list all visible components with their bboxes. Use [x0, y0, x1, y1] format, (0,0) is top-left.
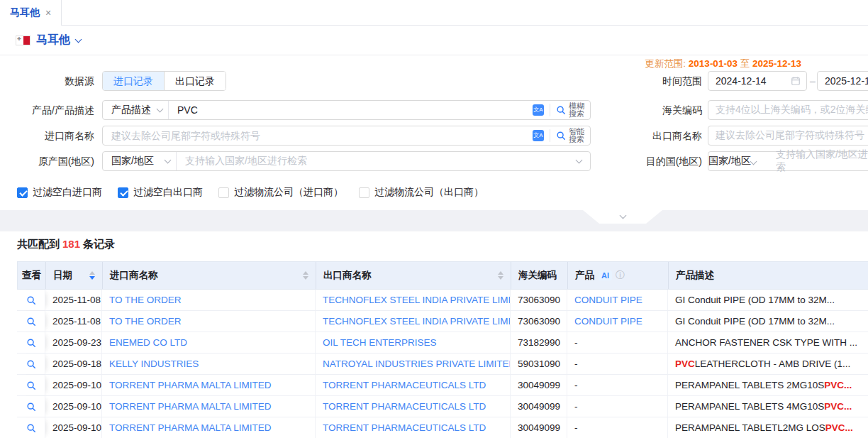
- importer-link[interactable]: ENEMED CO LTD: [109, 337, 187, 348]
- product-cell: -: [567, 396, 668, 417]
- product-description: PERAMPANEL TABLETL2MG LOS PVC...: [668, 417, 868, 438]
- tab-import-records[interactable]: 进口记录: [103, 72, 164, 90]
- description-text: GI Conduit PIPE (OD 17MM to 32M...: [675, 316, 835, 327]
- exporter-input[interactable]: 建议去除公司尾部字符或特殊符号: [708, 126, 868, 146]
- tab-malta[interactable]: 马耳他 ×: [0, 0, 62, 26]
- exporter-cell: NATROYAL INDUSTRIES PRIVATE LIMITED: [316, 354, 511, 374]
- filter-checkbox[interactable]: 过滤空白出口商: [118, 186, 203, 199]
- checkbox-label: 过滤空白进口商: [33, 186, 102, 199]
- smart-search-button[interactable]: 智能搜索: [550, 128, 590, 143]
- importer-cell: TORRENT PHARMA MALTA LIMITED: [102, 417, 316, 438]
- view-button[interactable]: [17, 354, 45, 374]
- dest-country-input[interactable]: 支持输入国家/地区进行检索: [776, 148, 868, 174]
- view-button[interactable]: [17, 332, 45, 353]
- hs-code-cell: 73182990: [511, 332, 567, 353]
- header-date[interactable]: 日期: [46, 262, 103, 289]
- table-row: 2025-09-10TORRENT PHARMA MALTA LIMITEDTO…: [17, 417, 868, 438]
- importer-link[interactable]: TORRENT PHARMA MALTA LIMITED: [109, 401, 272, 412]
- exporter-cell: TORRENT PHARMACEUTICALS LTD: [316, 375, 511, 395]
- magnifier-icon: [26, 402, 36, 412]
- translate-icon[interactable]: 文A: [533, 130, 544, 141]
- close-icon[interactable]: ×: [45, 7, 51, 18]
- importer-link[interactable]: KELLY INDUSTRIES: [109, 358, 199, 369]
- tab-export-records[interactable]: 出口记录: [164, 72, 226, 90]
- hs-code-cell: 30049099: [511, 417, 567, 438]
- fuzzy-search-button[interactable]: 模糊搜索: [550, 102, 590, 118]
- table-header-row: 查看 日期 进口商名称 出口商名称 海关编码 产品 AI ⓘ: [17, 261, 868, 290]
- product-cell: -: [567, 354, 668, 374]
- table-row: 2025-09-10TORRENT PHARMA MALTA LIMITEDTO…: [17, 396, 868, 417]
- view-button[interactable]: [17, 375, 45, 395]
- exporter-link[interactable]: TORRENT PHARMACEUTICALS LTD: [323, 422, 486, 433]
- data-source-segmented: 进口记录 出口记录: [102, 71, 226, 91]
- exporter-label: 出口商名称: [641, 126, 702, 146]
- exporter-link[interactable]: TORRENT PHARMACEUTICALS LTD: [323, 380, 486, 390]
- dest-country-label: 目的国(地区): [641, 151, 702, 171]
- header-description: 产品描述: [669, 262, 868, 289]
- tab-bar: 马耳他 ×: [0, 0, 868, 26]
- header-importer[interactable]: 进口商名称: [103, 262, 316, 289]
- origin-country-input[interactable]: 支持输入国家/地区进行检索: [177, 155, 577, 168]
- hs-code-cell: 59031090: [511, 354, 567, 374]
- country-header[interactable]: ✚ 马耳他: [0, 26, 868, 55]
- importer-search-control: 文A 智能搜索: [102, 126, 591, 146]
- date-cell: 2025-11-08: [45, 290, 102, 310]
- dest-country-select[interactable]: 国家/地区: [708, 155, 776, 168]
- date-cell: 2025-09-10: [45, 396, 102, 417]
- exporter-link[interactable]: TECHNOFLEX STEEL INDIA PRIVATE LIMITED: [323, 316, 511, 327]
- date-from-input[interactable]: 2024-12-14: [708, 71, 807, 91]
- info-icon[interactable]: ⓘ: [616, 269, 625, 282]
- translate-icon[interactable]: 文A: [533, 104, 544, 116]
- importer-link[interactable]: TORRENT PHARMA MALTA LIMITED: [109, 422, 272, 433]
- checkbox-checked-icon[interactable]: [118, 187, 128, 198]
- exporter-cell: TECHNOFLEX STEEL INDIA PRIVATE LIMITED: [316, 290, 511, 310]
- date-cell: 2025-09-18: [45, 354, 102, 374]
- exporter-link[interactable]: TECHNOFLEX STEEL INDIA PRIVATE LIMITED: [323, 295, 511, 305]
- hs-code-input[interactable]: 支持4位以上海关编码，或2位海关编码加: [708, 100, 868, 120]
- product-link[interactable]: CONDUIT PIPE: [574, 316, 642, 327]
- results-panel: 共匹配到181条记录 查看 日期 进口商名称 出口商名称 海关编码: [0, 231, 868, 438]
- product-label: 产品/产品描述: [0, 100, 94, 120]
- chevron-down-icon[interactable]: [75, 35, 82, 43]
- importer-cell: TORRENT PHARMA MALTA LIMITED: [102, 396, 316, 417]
- importer-link[interactable]: TO THE ORDER: [109, 295, 182, 305]
- view-button[interactable]: [17, 311, 45, 332]
- filter-checkbox[interactable]: 过滤空白进口商: [17, 186, 102, 199]
- header-exporter[interactable]: 出口商名称: [316, 262, 511, 289]
- hs-code-cell: 73063090: [511, 290, 567, 310]
- filter-checkbox[interactable]: 过滤物流公司（出口商）: [359, 186, 484, 199]
- date-cell: 2025-11-08: [45, 311, 102, 332]
- filter-checkbox[interactable]: 过滤物流公司（进口商）: [218, 186, 343, 199]
- table-row: 2025-09-10TORRENT PHARMA MALTA LIMITEDTO…: [17, 375, 868, 396]
- exporter-link[interactable]: TORRENT PHARMACEUTICALS LTD: [323, 401, 486, 412]
- origin-country-control: 国家/地区 支持输入国家/地区进行检索: [102, 151, 591, 171]
- importer-input[interactable]: [103, 130, 533, 141]
- view-button[interactable]: [17, 417, 45, 438]
- view-button[interactable]: [17, 290, 45, 310]
- checkbox-checked-icon[interactable]: [17, 187, 28, 198]
- product-link[interactable]: CONDUIT PIPE: [574, 295, 642, 305]
- collapse-toggle[interactable]: [583, 210, 662, 224]
- importer-cell: TORRENT PHARMA MALTA LIMITED: [102, 375, 316, 395]
- importer-cell: ENEMED CO LTD: [102, 332, 316, 353]
- view-button[interactable]: [17, 396, 45, 417]
- product-input[interactable]: PVC: [169, 104, 533, 116]
- magnifier-icon: [26, 295, 36, 305]
- description-text: ANCHOR FASTENER CSK TYPE WITH ...: [675, 337, 857, 348]
- table-row: 2025-11-08TO THE ORDERTECHNOFLEX STEEL I…: [17, 290, 868, 311]
- checkbox-unchecked-icon[interactable]: [218, 187, 229, 198]
- checkbox-unchecked-icon[interactable]: [359, 187, 369, 198]
- origin-country-select[interactable]: 国家/地区: [103, 152, 177, 170]
- magnifier-icon: [26, 338, 36, 348]
- calendar-icon[interactable]: [791, 76, 801, 86]
- table-row: 2025-09-23ENEMED CO LTDOIL TECH ENTERPRI…: [17, 332, 868, 354]
- description-text: PERAMPANEL TABLETS 2MG10S: [675, 380, 824, 390]
- product-type-select[interactable]: 产品描述: [103, 101, 169, 119]
- product-search-control: 产品描述 PVC 文A 模糊搜索: [102, 100, 591, 120]
- importer-link[interactable]: TO THE ORDER: [109, 316, 182, 327]
- date-to-input[interactable]: 2025-12-13: [817, 71, 868, 91]
- product-cell: CONDUIT PIPE: [567, 311, 668, 332]
- importer-link[interactable]: TORRENT PHARMA MALTA LIMITED: [109, 380, 272, 390]
- exporter-link[interactable]: NATROYAL INDUSTRIES PRIVATE LIMITED: [323, 358, 511, 369]
- exporter-link[interactable]: OIL TECH ENTERPRISES: [323, 337, 437, 348]
